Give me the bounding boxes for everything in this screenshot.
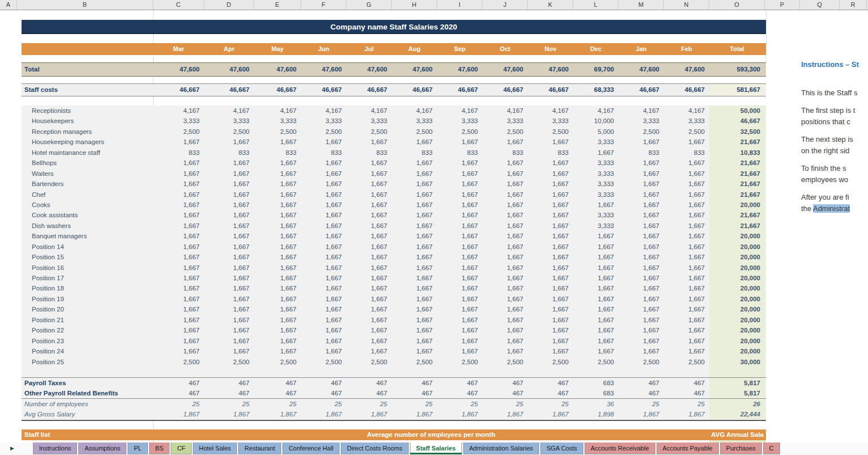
cell[interactable]: 581,667 xyxy=(709,84,765,96)
cell[interactable]: 1,667 xyxy=(153,179,204,189)
row-label[interactable]: Position 24 xyxy=(22,346,153,356)
cell[interactable]: 1,667 xyxy=(346,189,392,200)
cell[interactable]: 1,667 xyxy=(664,242,709,252)
row-label[interactable]: Position 23 xyxy=(22,336,153,346)
cell[interactable]: 1,667 xyxy=(619,242,664,252)
cell[interactable]: 1,667 xyxy=(482,137,528,147)
cell[interactable]: 467 xyxy=(437,388,482,398)
cell[interactable]: 1,667 xyxy=(573,304,619,314)
cell[interactable]: 1,667 xyxy=(346,325,392,335)
cell[interactable]: 1,867 xyxy=(392,409,437,419)
cell[interactable]: 1,667 xyxy=(619,158,664,168)
cell[interactable]: 3,333 xyxy=(664,116,709,126)
row-label[interactable]: Total xyxy=(22,63,153,76)
row-label[interactable]: Staff costs xyxy=(22,84,153,96)
column-letter[interactable]: D xyxy=(204,0,254,10)
cell[interactable]: 1,667 xyxy=(392,242,437,252)
cell[interactable]: 1,667 xyxy=(301,346,346,356)
cell[interactable]: 1,667 xyxy=(482,231,528,241)
cell[interactable]: 2,500 xyxy=(664,127,709,137)
cell[interactable]: 1,667 xyxy=(301,137,346,147)
cell[interactable]: 1,667 xyxy=(573,325,619,335)
cell[interactable]: 1,667 xyxy=(153,242,204,252)
cell[interactable]: 21,667 xyxy=(709,168,765,179)
cell[interactable]: 1,667 xyxy=(301,231,346,241)
cell[interactable]: 1,667 xyxy=(392,263,437,273)
sheet-tab-c[interactable]: C xyxy=(763,443,780,454)
cell[interactable]: 1,667 xyxy=(346,336,392,346)
cell[interactable]: 1,667 xyxy=(664,200,709,210)
cell[interactable]: 1,667 xyxy=(664,325,709,335)
cell[interactable]: 47,600 xyxy=(437,63,482,76)
cell[interactable]: 1,667 xyxy=(482,283,528,293)
cell[interactable]: 1,667 xyxy=(573,346,619,356)
cell[interactable]: 1,667 xyxy=(204,346,254,356)
cell[interactable]: 47,600 xyxy=(346,63,392,76)
cell[interactable]: 2,500 xyxy=(254,127,301,137)
cell[interactable]: 1,667 xyxy=(153,336,204,346)
sheet-tab-purchases[interactable]: Purchases xyxy=(720,443,762,454)
cell[interactable]: 467 xyxy=(153,378,204,388)
cell[interactable]: 1,667 xyxy=(153,158,204,168)
column-letter[interactable]: R xyxy=(840,0,867,10)
cell[interactable]: 1,667 xyxy=(204,158,254,168)
cell[interactable]: 1,667 xyxy=(528,242,573,252)
sheet-tab-direct-costs-rooms[interactable]: Direct Costs Rooms xyxy=(341,443,409,454)
month-cell[interactable]: Dec xyxy=(573,43,619,55)
cell[interactable]: 20,000 xyxy=(709,263,765,273)
cell[interactable]: 1,667 xyxy=(346,273,392,283)
cell[interactable]: 1,667 xyxy=(301,200,346,210)
month-cell[interactable]: May xyxy=(254,43,301,55)
footer-right-label[interactable]: AVG Annual Sala xyxy=(709,429,765,440)
cell[interactable]: 4,167 xyxy=(392,106,437,116)
cell[interactable]: 1,667 xyxy=(437,189,482,200)
cell[interactable]: 1,667 xyxy=(619,179,664,189)
cell[interactable]: 1,667 xyxy=(573,252,619,262)
cell[interactable]: 1,667 xyxy=(482,221,528,231)
cell[interactable]: 1,667 xyxy=(392,315,437,325)
cell[interactable]: 1,667 xyxy=(573,273,619,283)
cell[interactable]: 2,500 xyxy=(204,127,254,137)
cell[interactable]: 47,600 xyxy=(619,63,664,76)
cell[interactable]: 1,667 xyxy=(153,189,204,200)
cell[interactable]: 46,667 xyxy=(204,84,254,96)
cell[interactable]: 1,667 xyxy=(619,168,664,179)
cell[interactable]: 20,000 xyxy=(709,200,765,210)
cell[interactable]: 1,667 xyxy=(573,294,619,304)
cell[interactable]: 1,667 xyxy=(664,221,709,231)
sheet-tab-accounts-receivable[interactable]: Accounts Receivable xyxy=(585,443,655,454)
cell[interactable]: 1,667 xyxy=(619,346,664,356)
sheet-tab-staff-salaries[interactable]: Staff Salaries xyxy=(410,443,462,454)
cell[interactable]: 683 xyxy=(573,388,619,398)
cell[interactable]: 1,667 xyxy=(392,210,437,220)
cell[interactable]: 1,667 xyxy=(437,336,482,346)
cell[interactable]: 25 xyxy=(437,399,482,409)
cell[interactable]: 1,667 xyxy=(482,315,528,325)
cell[interactable]: 1,867 xyxy=(437,409,482,419)
cell[interactable]: 46,667 xyxy=(664,84,709,96)
cell[interactable]: 1,667 xyxy=(573,263,619,273)
cell[interactable]: 1,667 xyxy=(392,294,437,304)
cell[interactable]: 1,667 xyxy=(392,283,437,293)
cell[interactable]: 1,667 xyxy=(254,346,301,356)
cell[interactable]: 36 xyxy=(573,399,619,409)
cell[interactable]: 467 xyxy=(346,388,392,398)
cell[interactable]: 47,600 xyxy=(301,63,346,76)
cell[interactable]: 1,667 xyxy=(346,283,392,293)
sheet-tab-cf[interactable]: CF xyxy=(171,443,192,454)
cell[interactable]: 46,667 xyxy=(153,84,204,96)
cell[interactable]: 1,867 xyxy=(254,409,301,419)
cell[interactable]: 833 xyxy=(482,148,528,158)
cell[interactable]: 1,867 xyxy=(664,409,709,419)
cell[interactable]: 1,667 xyxy=(254,294,301,304)
cell[interactable]: 467 xyxy=(482,388,528,398)
cell[interactable]: 1,667 xyxy=(204,294,254,304)
cell[interactable]: 1,667 xyxy=(153,252,204,262)
cell[interactable]: 1,667 xyxy=(437,168,482,179)
cell[interactable]: 1,667 xyxy=(346,304,392,314)
cell[interactable]: 2,500 xyxy=(482,127,528,137)
cell[interactable]: 3,333 xyxy=(573,189,619,200)
cell[interactable]: 20,000 xyxy=(709,346,765,356)
cell[interactable]: 833 xyxy=(153,148,204,158)
cell[interactable]: 20,000 xyxy=(709,283,765,293)
